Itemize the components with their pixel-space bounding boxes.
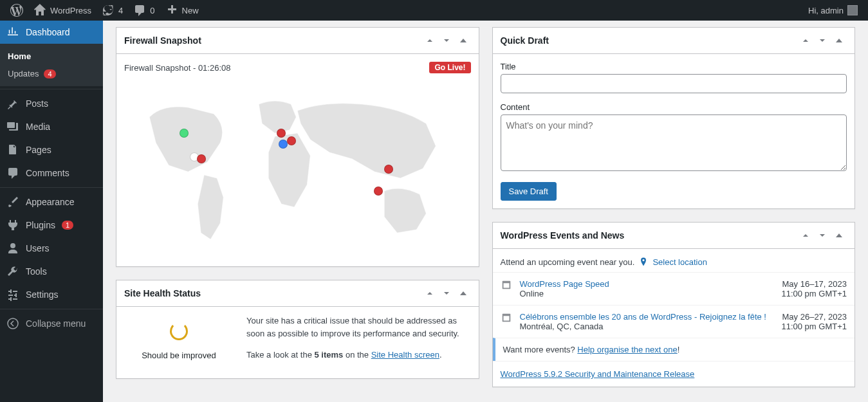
location-icon bbox=[638, 257, 649, 267]
sidebar-sub-updates[interactable]: Updates 4 bbox=[0, 65, 103, 82]
sidebar-item-pages[interactable]: Pages bbox=[0, 138, 103, 161]
sidebar-label: Appearance bbox=[26, 197, 75, 207]
sidebar-item-dashboard[interactable]: Dashboard bbox=[0, 21, 103, 44]
event-item: Célébrons ensemble les 20 ans de WordPre… bbox=[493, 305, 855, 338]
event-date: May 26–27, 2023 bbox=[781, 312, 847, 322]
firewall-widget: Firewall Snapshot Firewall Snapshot - 01… bbox=[116, 27, 479, 267]
site-health-widget: Site Health Status Should be improved Yo… bbox=[116, 280, 479, 379]
collapse-icon bbox=[6, 317, 19, 330]
toggle-button[interactable] bbox=[831, 228, 847, 243]
sidebar-item-plugins[interactable]: Plugins 1 bbox=[0, 214, 103, 237]
plus-icon bbox=[165, 4, 178, 17]
toggle-button[interactable] bbox=[831, 33, 847, 48]
wp-logo[interactable] bbox=[5, 0, 28, 21]
chevron-up-icon bbox=[423, 34, 436, 47]
organise-event-link[interactable]: Help organise the next one bbox=[577, 345, 677, 354]
widget-title: Site Health Status bbox=[124, 288, 201, 298]
sidebar-label: Collapse menu bbox=[26, 318, 86, 329]
move-up-button[interactable] bbox=[422, 286, 438, 301]
comment-icon bbox=[133, 4, 146, 17]
health-link-paragraph: Take a look at the 5 items on the Site H… bbox=[246, 349, 471, 361]
chevron-up-icon bbox=[799, 229, 812, 242]
sidebar-item-media[interactable]: Media bbox=[0, 115, 103, 138]
sidebar-item-comments[interactable]: Comments bbox=[0, 161, 103, 185]
widget-header: Firewall Snapshot bbox=[116, 28, 479, 54]
draft-title-input[interactable] bbox=[501, 74, 847, 93]
sidebar-item-users[interactable]: Users bbox=[0, 237, 103, 260]
sidebar-item-settings[interactable]: Settings bbox=[0, 283, 103, 306]
sidebar-item-posts[interactable]: Posts bbox=[0, 92, 103, 115]
news-article-link[interactable]: WordPress 5.9.2 Security and Maintenance… bbox=[501, 369, 695, 379]
sidebar-label: Media bbox=[26, 122, 50, 132]
move-down-button[interactable] bbox=[439, 33, 454, 48]
draft-content-textarea[interactable] bbox=[501, 114, 847, 171]
comments-icon bbox=[6, 167, 19, 179]
go-live-button[interactable]: Go Live! bbox=[429, 62, 470, 73]
admin-bar: WordPress 4 0 New Hi, admin bbox=[0, 0, 868, 21]
wordpress-icon bbox=[10, 4, 23, 17]
events-news-widget: WordPress Events and News Attend an upco… bbox=[492, 222, 856, 387]
greeting: Hi, admin bbox=[808, 6, 844, 15]
sub-label: Updates bbox=[8, 69, 39, 78]
move-down-button[interactable] bbox=[439, 286, 454, 301]
updates-badge: 4 bbox=[44, 69, 55, 78]
new-label: New bbox=[182, 6, 199, 15]
move-down-button[interactable] bbox=[815, 33, 830, 48]
sidebar-sub-home[interactable]: Home bbox=[0, 48, 103, 65]
plugins-badge: 1 bbox=[62, 221, 73, 230]
site-health-link[interactable]: Site Health screen bbox=[371, 350, 439, 360]
collapse-menu[interactable]: Collapse menu bbox=[0, 312, 103, 335]
event-title-link[interactable]: WordPress Page Speed bbox=[520, 279, 775, 289]
triangle-up-icon bbox=[833, 229, 845, 242]
triangle-up-icon bbox=[833, 34, 845, 47]
health-status-icon bbox=[170, 322, 188, 340]
widget-header: Quick Draft bbox=[493, 28, 855, 54]
move-up-button[interactable] bbox=[422, 33, 438, 48]
widget-title: Quick Draft bbox=[501, 35, 549, 46]
select-location-link[interactable]: Select location bbox=[652, 257, 707, 267]
pin-icon bbox=[6, 97, 19, 110]
map-marker bbox=[279, 140, 288, 149]
event-item: WordPress Page Speed Online May 16–17, 2… bbox=[493, 272, 855, 305]
quick-draft-widget: Quick Draft Title Content Save Draft bbox=[492, 27, 856, 209]
health-message: Your site has a critical issue that shou… bbox=[246, 315, 471, 340]
chevron-up-icon bbox=[423, 287, 436, 300]
move-down-button[interactable] bbox=[815, 228, 830, 243]
comments-bar-item[interactable]: 0 bbox=[128, 0, 160, 21]
news-links: WordPress 5.9.2 Security and Maintenance… bbox=[493, 361, 855, 387]
pages-icon bbox=[6, 143, 19, 156]
events-intro: Attend an upcoming event near you. Selec… bbox=[493, 249, 855, 272]
map-marker bbox=[287, 136, 296, 145]
main-content: Firewall Snapshot Firewall Snapshot - 01… bbox=[103, 21, 868, 402]
chevron-down-icon bbox=[816, 229, 829, 242]
snapshot-timestamp: Firewall Snapshot - 01:26:08 bbox=[124, 63, 230, 73]
home-icon bbox=[33, 4, 46, 17]
event-date: May 16–17, 2023 bbox=[781, 279, 847, 289]
calendar-icon bbox=[501, 279, 512, 291]
triangle-up-icon bbox=[457, 287, 470, 300]
admin-sidebar: Dashboard Home Updates 4 Posts Media Pag… bbox=[0, 21, 103, 402]
move-up-button[interactable] bbox=[798, 33, 813, 48]
save-draft-button[interactable]: Save Draft bbox=[501, 182, 557, 201]
map-marker bbox=[374, 187, 383, 196]
new-content[interactable]: New bbox=[160, 0, 204, 21]
toggle-button[interactable] bbox=[456, 286, 471, 301]
sidebar-item-tools[interactable]: Tools bbox=[0, 260, 103, 283]
account-link[interactable]: Hi, admin bbox=[803, 0, 863, 21]
widget-title: Firewall Snapshot bbox=[124, 35, 201, 46]
updates-bar-item[interactable]: 4 bbox=[97, 0, 128, 21]
sidebar-item-appearance[interactable]: Appearance bbox=[0, 190, 103, 214]
toggle-button[interactable] bbox=[456, 33, 471, 48]
updates-count-bar: 4 bbox=[118, 6, 123, 15]
move-up-button[interactable] bbox=[798, 228, 813, 243]
calendar-icon bbox=[501, 312, 512, 324]
sidebar-label: Pages bbox=[26, 145, 51, 155]
sidebar-label: Plugins bbox=[26, 220, 55, 230]
update-icon bbox=[102, 4, 115, 17]
avatar bbox=[847, 5, 858, 15]
wrench-icon bbox=[6, 265, 19, 278]
sub-label: Home bbox=[8, 51, 31, 61]
event-title-link[interactable]: Célébrons ensemble les 20 ans de WordPre… bbox=[520, 312, 775, 322]
site-link[interactable]: WordPress bbox=[28, 0, 97, 21]
dashboard-icon bbox=[6, 26, 19, 39]
